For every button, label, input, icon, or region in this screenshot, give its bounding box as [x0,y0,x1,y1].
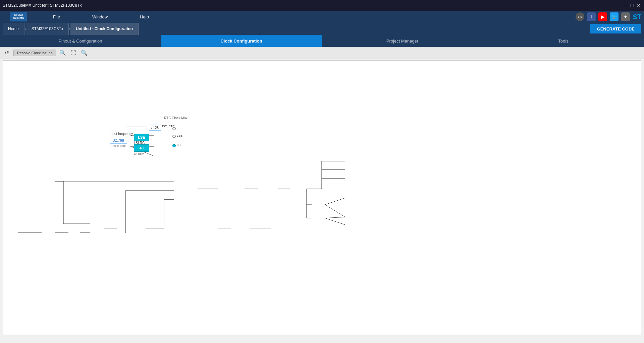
title-bar-text: STM32CubeMX Untitled*: STM32F103C8Tx [3,3,82,8]
rtc-radio-lse[interactable] [172,135,176,138]
logo-area: STM32CubeMX [0,11,37,23]
menu-file[interactable]: File [50,13,63,21]
breadcrumb-bar: Home › STM32F103C8Tx › Untitled - Clock … [0,23,644,35]
minimize-button[interactable]: — [623,3,628,8]
breadcrumb-home[interactable]: Home [3,23,24,35]
rtc-mux-label: RTC Clock Mux [164,116,187,120]
youtube-icon[interactable]: ▶ [598,12,607,21]
tab-project[interactable]: Project Manager [322,35,483,47]
refresh-icon[interactable]: ↺ [3,49,11,57]
facebook-icon[interactable]: f [587,12,596,21]
st-logo: ST [633,12,641,21]
lse-range-label: 0-1000 KHz [110,144,126,148]
wiring-overlay [3,61,641,335]
svg-line-28 [325,218,345,225]
generate-code-button[interactable]: GENERATE CODE [590,24,641,33]
svg-line-25 [325,198,345,205]
clock-diagram: Input frequency 32.768 0-1000 KHz LSE LS… [3,61,641,335]
lse-freq-box[interactable]: 32.768 [110,137,127,144]
version-badge: 6.9 [576,12,584,21]
menu-help[interactable]: Help [137,13,152,21]
tab-clock[interactable]: Clock Configuration [161,35,322,47]
social-icons-bar: 6.9 f ▶ 🐦 ✦ ST [573,11,644,23]
menu-window[interactable]: Window [90,13,110,21]
breadcrumb-current[interactable]: Untitled - Clock Configuration [70,23,139,35]
title-bar: STM32CubeMX Untitled*: STM32F103C8Tx — □… [0,0,644,11]
lse-block: LSE [134,134,149,141]
div128-prescaler[interactable]: / 128 [149,125,161,131]
svg-line-27 [325,217,345,218]
rtc-radio-hse[interactable] [172,127,176,130]
title-bar-controls: — □ ✕ [623,3,641,8]
rtc-radio-lsi[interactable] [172,144,176,147]
fullscreen-icon[interactable]: ⛶ [69,49,77,57]
search-icon-left[interactable]: 🔍 [59,49,67,57]
clock-diagram-area: Input frequency 32.768 0-1000 KHz LSE LS… [3,60,641,335]
network-icon[interactable]: ✦ [621,12,630,21]
tab-pinout[interactable]: Pinout & Configuration [0,35,161,47]
input-freq-label-lse: Input frequency [110,132,133,136]
search-icon-right[interactable]: 🔍 [80,49,88,57]
resolve-clock-button[interactable]: Resolve Clock Issues [13,50,56,56]
toolbar: ↺ Resolve Clock Issues 🔍 ⛶ 🔍 [0,47,644,59]
rtc-lsi-label: LSI [177,143,181,147]
stm32cubemx-logo: STM32CubeMX [10,12,27,21]
twitter-icon[interactable]: 🐦 [610,12,619,21]
lsi-block: 40 [134,144,149,152]
breadcrumb-device[interactable]: STM32F103C8Tx [26,23,69,35]
tab-tools[interactable]: Tools [483,35,644,47]
lsi-unit-label: 40 KHz [134,152,144,156]
close-button[interactable]: ✕ [636,3,641,8]
maximize-button[interactable]: □ [629,3,635,8]
svg-line-24 [325,205,345,217]
tab-bar: Pinout & Configuration Clock Configurati… [0,35,644,47]
menu-bar: File Window Help [0,11,644,23]
rtc-lse-label: LSE [177,134,182,137]
